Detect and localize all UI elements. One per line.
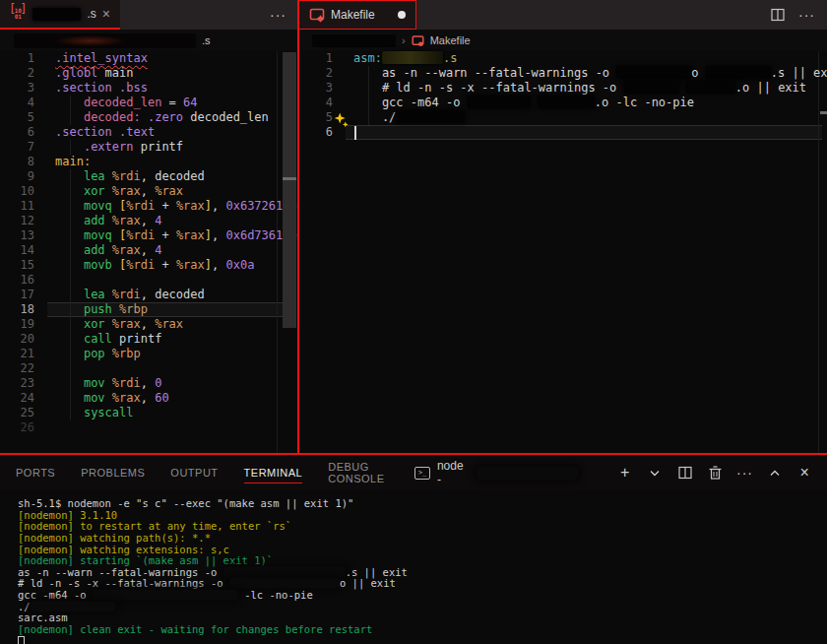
panel-tab-output[interactable]: OUTPUT: [170, 463, 218, 483]
line-number[interactable]: 4: [298, 96, 346, 110]
code-text: decoded_len = 64: [47, 96, 198, 110]
line-number[interactable]: 11: [0, 199, 47, 214]
code-line[interactable]: 17 lea %rdi, decoded: [0, 288, 298, 302]
line-number[interactable]: 5: [0, 110, 47, 125]
tab-asm-file[interactable]: 1001 .s ×: [0, 0, 120, 30]
code-line[interactable]: 22: [0, 361, 298, 376]
close-icon[interactable]: ×: [102, 7, 110, 21]
line-number[interactable]: 6: [0, 125, 47, 140]
line-number[interactable]: 22: [0, 361, 47, 376]
redacted-text: [616, 66, 691, 79]
line-number[interactable]: 17: [0, 288, 47, 302]
terminal-dropdown-chevron-icon[interactable]: [646, 464, 664, 482]
code-line[interactable]: 4 decoded_len = 64: [0, 96, 298, 110]
line-number[interactable]: 26: [0, 420, 47, 435]
code-line[interactable]: 8main:: [0, 155, 298, 169]
code-line[interactable]: 5 decoded: .zero decoded_len: [0, 110, 298, 125]
line-number[interactable]: 1: [0, 51, 47, 66]
code-line[interactable]: 25 syscall: [0, 406, 298, 420]
line-number[interactable]: 10: [0, 184, 47, 199]
line-number[interactable]: 4: [0, 96, 47, 110]
code-line[interactable]: 3.section .bss: [0, 81, 298, 96]
line-number[interactable]: 16: [0, 273, 47, 288]
code-line[interactable]: 1.intel_syntax: [0, 51, 298, 66]
code-line[interactable]: 7 .extern printf: [0, 140, 298, 155]
code-line[interactable]: 21 pop %rbp: [0, 347, 298, 361]
line-number[interactable]: 7: [0, 140, 47, 155]
kill-terminal-trash-icon[interactable]: [706, 464, 724, 482]
code-line[interactable]: 24 mov %rax, 60: [0, 391, 298, 406]
redacted-text: [31, 602, 115, 612]
code-line[interactable]: 20 call printf: [0, 332, 298, 347]
code-line[interactable]: 26: [0, 420, 298, 435]
line-number[interactable]: 9: [0, 169, 47, 184]
split-editor-icon[interactable]: [769, 6, 787, 24]
panel-tab-ports[interactable]: PORTS: [16, 463, 55, 483]
code-text: [47, 420, 55, 435]
line-number[interactable]: 24: [0, 391, 47, 406]
line-number[interactable]: 12: [0, 214, 47, 228]
chevron-right-icon: ›: [402, 34, 406, 46]
code-line[interactable]: 16: [0, 273, 298, 288]
line-number[interactable]: 15: [0, 258, 47, 273]
line-number[interactable]: 1: [298, 51, 346, 66]
breadcrumb[interactable]: › Makefile: [298, 30, 827, 51]
code-line[interactable]: 9 lea %rdi, decoded: [0, 169, 298, 184]
panel-tab-debug-console[interactable]: DEBUG CONSOLE: [328, 457, 414, 488]
new-terminal-button[interactable]: +: [616, 464, 634, 482]
line-number[interactable]: 3: [298, 81, 346, 96]
terminal-instance[interactable]: >_ node -: [414, 459, 578, 486]
code-line[interactable]: 4 gcc -m64 -o .o -lc -no-pie: [298, 96, 827, 110]
line-number[interactable]: 23: [0, 376, 47, 391]
code-line[interactable]: 18 push %rbp: [0, 302, 298, 317]
code-line[interactable]: 10 xor %rax, %rax: [0, 184, 298, 199]
scrollbar-thumb[interactable]: [283, 52, 296, 328]
code-text: add %rax, 4: [47, 243, 161, 258]
code-line[interactable]: 2.globl main: [0, 66, 298, 81]
asm-editor[interactable]: 1.intel_syntax2.globl main3.section .bss…: [0, 51, 298, 453]
line-number[interactable]: 3: [0, 81, 47, 96]
redacted-text: [396, 110, 465, 123]
code-line[interactable]: 6.section .text: [0, 125, 298, 140]
line-number[interactable]: 2: [298, 66, 346, 81]
tab-makefile[interactable]: Makefile: [298, 0, 416, 30]
code-line[interactable]: 12 add %rax, 4: [0, 214, 298, 228]
editor-group-divider[interactable]: [297, 0, 299, 453]
code-text: [47, 273, 55, 288]
panel-tab-problems[interactable]: PROBLEMS: [81, 463, 145, 483]
code-line[interactable]: 11 movq [%rdi + %rax], 0x63726173: [0, 199, 298, 214]
line-number[interactable]: 2: [0, 66, 47, 81]
code-line[interactable]: 14 add %rax, 4: [0, 243, 298, 258]
copilot-sparkle-icon[interactable]: [334, 112, 350, 128]
panel-more-actions-icon[interactable]: ···: [736, 465, 753, 481]
line-number[interactable]: 20: [0, 332, 47, 347]
bottom-panel: PORTS PROBLEMS OUTPUT TERMINAL DEBUG CON…: [0, 453, 827, 644]
terminal-output[interactable]: sh-5.1$ nodemon -e "s c" --exec "(make a…: [0, 490, 827, 644]
code-line[interactable]: 23 mov %rdi, 0: [0, 376, 298, 391]
split-terminal-icon[interactable]: [676, 464, 694, 482]
code-line[interactable]: 13 movq [%rdi + %rax], 0x6d73612e: [0, 228, 298, 243]
close-panel-icon[interactable]: ×: [796, 464, 814, 482]
line-number[interactable]: 14: [0, 243, 47, 258]
code-text: .section .bss: [47, 81, 148, 96]
line-number[interactable]: 19: [0, 317, 47, 332]
code-line[interactable]: 1asm:.s: [298, 51, 827, 66]
code-line[interactable]: 2 as -n --warn --fatal-warnings -o o .s …: [298, 66, 827, 81]
more-actions-icon[interactable]: ···: [270, 7, 286, 23]
code-line[interactable]: 5 ./: [298, 110, 827, 125]
line-number[interactable]: 18: [0, 302, 47, 317]
code-line[interactable]: 6: [298, 125, 827, 140]
breadcrumb[interactable]: .s: [0, 30, 298, 51]
makefile-editor[interactable]: 1asm:.s2 as -n --warn --fatal-warnings -…: [298, 51, 827, 453]
unsaved-dot-icon[interactable]: [398, 11, 406, 19]
line-number[interactable]: 21: [0, 347, 47, 361]
panel-tab-terminal[interactable]: TERMINAL: [244, 463, 303, 483]
more-actions-icon[interactable]: ···: [798, 7, 815, 23]
line-number[interactable]: 8: [0, 155, 47, 169]
code-line[interactable]: 3 # ld -n -s -x --fatal-warnings -o .o |…: [298, 81, 827, 96]
maximize-panel-chevron-icon[interactable]: [766, 464, 784, 482]
line-number[interactable]: 25: [0, 406, 47, 420]
line-number[interactable]: 13: [0, 228, 47, 243]
code-line[interactable]: 15 movb [%rdi + %rax], 0x0a: [0, 258, 298, 273]
code-line[interactable]: 19 xor %rax, %rax: [0, 317, 298, 332]
